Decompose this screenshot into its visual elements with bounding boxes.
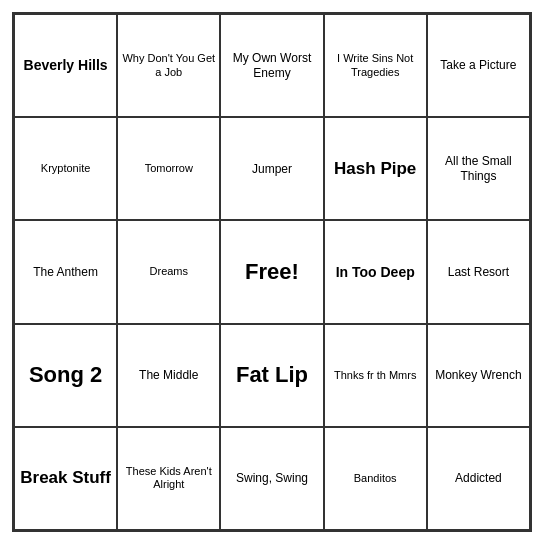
bingo-cell-r4c1: These Kids Aren't Alright xyxy=(117,427,220,530)
cell-text-r2c1: Dreams xyxy=(150,265,189,278)
cell-text-r4c4: Addicted xyxy=(455,471,502,485)
bingo-cell-r3c0: Song 2 xyxy=(14,324,117,427)
cell-text-r1c2: Jumper xyxy=(252,162,292,176)
bingo-cell-r1c2: Jumper xyxy=(220,117,323,220)
bingo-cell-r2c1: Dreams xyxy=(117,220,220,323)
bingo-cell-r2c0: The Anthem xyxy=(14,220,117,323)
cell-text-r0c0: Beverly Hills xyxy=(24,57,108,74)
bingo-cell-r2c4: Last Resort xyxy=(427,220,530,323)
cell-text-r1c4: All the Small Things xyxy=(432,154,525,183)
cell-text-r3c4: Monkey Wrench xyxy=(435,368,521,382)
bingo-cell-r1c0: Kryptonite xyxy=(14,117,117,220)
bingo-cell-r4c4: Addicted xyxy=(427,427,530,530)
bingo-cell-r0c2: My Own Worst Enemy xyxy=(220,14,323,117)
bingo-cell-r2c3: In Too Deep xyxy=(324,220,427,323)
cell-text-r2c0: The Anthem xyxy=(33,265,98,279)
bingo-cell-r3c1: The Middle xyxy=(117,324,220,427)
cell-text-r3c3: Thnks fr th Mmrs xyxy=(334,369,417,382)
cell-text-r3c2: Fat Lip xyxy=(236,362,308,388)
cell-text-r3c0: Song 2 xyxy=(29,362,102,388)
bingo-cell-r1c3: Hash Pipe xyxy=(324,117,427,220)
bingo-cell-r3c2: Fat Lip xyxy=(220,324,323,427)
bingo-cell-r1c1: Tomorrow xyxy=(117,117,220,220)
cell-text-r3c1: The Middle xyxy=(139,368,198,382)
bingo-board: Beverly HillsWhy Don't You Get a JobMy O… xyxy=(12,12,532,532)
cell-text-r4c0: Break Stuff xyxy=(20,468,111,488)
bingo-cell-r2c2: Free! xyxy=(220,220,323,323)
bingo-cell-r0c3: I Write Sins Not Tragedies xyxy=(324,14,427,117)
bingo-cell-r4c2: Swing, Swing xyxy=(220,427,323,530)
cell-text-r2c3: In Too Deep xyxy=(336,264,415,281)
cell-text-r1c1: Tomorrow xyxy=(145,162,193,175)
cell-text-r2c2: Free! xyxy=(245,259,299,285)
bingo-cell-r0c0: Beverly Hills xyxy=(14,14,117,117)
bingo-cell-r4c0: Break Stuff xyxy=(14,427,117,530)
bingo-cell-r0c1: Why Don't You Get a Job xyxy=(117,14,220,117)
cell-text-r4c3: Banditos xyxy=(354,472,397,485)
cell-text-r2c4: Last Resort xyxy=(448,265,509,279)
bingo-cell-r0c4: Take a Picture xyxy=(427,14,530,117)
cell-text-r1c3: Hash Pipe xyxy=(334,159,416,179)
cell-text-r0c1: Why Don't You Get a Job xyxy=(122,52,215,78)
bingo-cell-r3c3: Thnks fr th Mmrs xyxy=(324,324,427,427)
bingo-cell-r1c4: All the Small Things xyxy=(427,117,530,220)
bingo-cell-r3c4: Monkey Wrench xyxy=(427,324,530,427)
cell-text-r4c2: Swing, Swing xyxy=(236,471,308,485)
cell-text-r1c0: Kryptonite xyxy=(41,162,91,175)
cell-text-r0c4: Take a Picture xyxy=(440,58,516,72)
cell-text-r0c2: My Own Worst Enemy xyxy=(225,51,318,80)
bingo-cell-r4c3: Banditos xyxy=(324,427,427,530)
cell-text-r0c3: I Write Sins Not Tragedies xyxy=(329,52,422,78)
cell-text-r4c1: These Kids Aren't Alright xyxy=(122,465,215,491)
